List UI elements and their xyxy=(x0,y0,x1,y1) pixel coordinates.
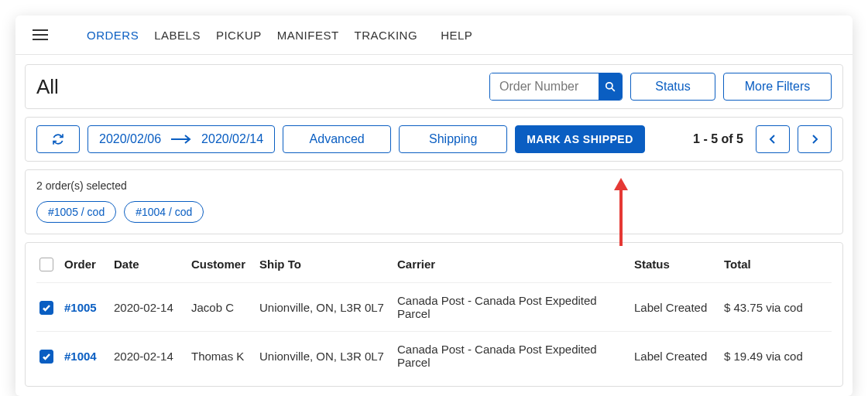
app-window: ORDERS LABELS PICKUP MANIFEST TRACKING H… xyxy=(15,15,853,396)
svg-point-0 xyxy=(606,83,612,89)
selection-panel: 2 order(s) selected #1005 / cod #1004 / … xyxy=(25,169,843,234)
table-header-row: Order Date Customer Ship To Carrier Stat… xyxy=(36,246,832,283)
search-icon xyxy=(605,81,616,92)
selection-summary: 2 order(s) selected xyxy=(36,179,832,192)
order-link[interactable]: #1004 xyxy=(64,350,97,363)
cell-date: 2020-02-14 xyxy=(114,332,191,381)
next-page-button[interactable] xyxy=(798,125,832,153)
cell-shipto: Unionville, ON, L3R 0L7 xyxy=(259,332,397,381)
date-from: 2020/02/06 xyxy=(99,132,161,146)
nav-help[interactable]: HELP xyxy=(441,29,472,42)
cell-status: Label Created xyxy=(634,332,724,381)
cell-total: $ 19.49 via cod xyxy=(724,332,832,381)
check-icon xyxy=(42,303,51,312)
col-shipto: Ship To xyxy=(259,246,397,283)
check-icon xyxy=(42,352,51,361)
page-title: All xyxy=(36,75,59,99)
order-link[interactable]: #1005 xyxy=(64,301,97,314)
mark-as-shipped-button[interactable]: MARK AS SHIPPED xyxy=(515,125,645,153)
toolbar-row: 2020/02/06 2020/02/14 Advanced Shipping … xyxy=(25,117,843,162)
nav-manifest[interactable]: MANIFEST xyxy=(277,29,339,42)
table-row: #1004 2020-02-14 Thomas K Unionville, ON… xyxy=(36,332,832,381)
cell-customer: Jacob C xyxy=(191,283,259,332)
refresh-icon xyxy=(52,133,64,145)
nav-orders[interactable]: ORDERS xyxy=(87,29,139,42)
row-checkbox[interactable] xyxy=(39,301,53,315)
orders-table-panel: Order Date Customer Ship To Carrier Stat… xyxy=(25,242,843,387)
advanced-button[interactable]: Advanced xyxy=(283,125,391,153)
selection-chips: #1005 / cod #1004 / cod xyxy=(36,201,832,223)
chevron-right-icon xyxy=(811,134,818,145)
shipping-button[interactable]: Shipping xyxy=(399,125,507,153)
orders-table: Order Date Customer Ship To Carrier Stat… xyxy=(36,246,832,380)
title-row: All Status More Filters xyxy=(25,64,843,109)
col-customer: Customer xyxy=(191,246,259,283)
status-filter-button[interactable]: Status xyxy=(630,73,715,101)
col-total: Total xyxy=(724,246,832,283)
search-button[interactable] xyxy=(599,73,622,100)
cell-carrier: Canada Post - Canada Post Expedited Parc… xyxy=(397,283,634,332)
prev-page-button[interactable] xyxy=(756,125,790,153)
nav-tracking[interactable]: TRACKING xyxy=(355,29,418,42)
col-status: Status xyxy=(634,246,724,283)
selection-chip[interactable]: #1004 / cod xyxy=(124,201,204,223)
selection-chip[interactable]: #1005 / cod xyxy=(36,201,116,223)
date-to: 2020/02/14 xyxy=(201,132,263,146)
nav-items: ORDERS LABELS PICKUP MANIFEST TRACKING H… xyxy=(87,29,472,42)
date-range-picker[interactable]: 2020/02/06 2020/02/14 xyxy=(87,125,275,153)
chevron-left-icon xyxy=(769,134,777,145)
col-carrier: Carrier xyxy=(397,246,634,283)
cell-carrier: Canada Post - Canada Post Expedited Parc… xyxy=(397,332,634,381)
nav-labels[interactable]: LABELS xyxy=(154,29,201,42)
cell-total: $ 43.75 via cod xyxy=(724,283,832,332)
table-row: #1005 2020-02-14 Jacob C Unionville, ON,… xyxy=(36,283,832,332)
arrow-right-icon xyxy=(170,134,192,145)
pagination-text: 1 - 5 of 5 xyxy=(693,132,743,146)
more-filters-button[interactable]: More Filters xyxy=(723,73,832,101)
refresh-button[interactable] xyxy=(36,125,80,153)
col-order: Order xyxy=(64,246,114,283)
nav-pickup[interactable]: PICKUP xyxy=(216,29,262,42)
order-search-group xyxy=(489,73,623,101)
cell-shipto: Unionville, ON, L3R 0L7 xyxy=(259,283,397,332)
cell-status: Label Created xyxy=(634,283,724,332)
row-checkbox[interactable] xyxy=(39,350,53,364)
select-all-checkbox[interactable] xyxy=(39,258,53,271)
svg-line-1 xyxy=(612,88,615,91)
cell-date: 2020-02-14 xyxy=(114,283,191,332)
topbar: ORDERS LABELS PICKUP MANIFEST TRACKING H… xyxy=(15,15,853,55)
cell-customer: Thomas K xyxy=(191,332,259,381)
order-number-input[interactable] xyxy=(490,73,599,100)
col-date: Date xyxy=(114,246,191,283)
hamburger-menu-icon[interactable] xyxy=(31,28,50,42)
